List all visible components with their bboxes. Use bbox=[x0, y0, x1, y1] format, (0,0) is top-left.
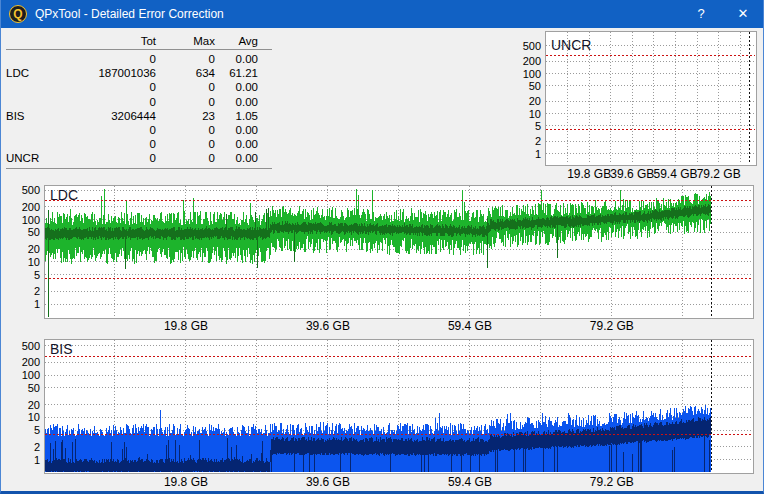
bis-x-tick: 59.4 GB bbox=[448, 475, 492, 489]
uncr-y-tick: 5 bbox=[535, 120, 541, 132]
cell-max: 0 bbox=[156, 152, 215, 164]
bis-chart: 50020010050201052119.8 GB39.6 GB59.4 GB7… bbox=[22, 339, 753, 489]
cell-tot: 0 bbox=[56, 124, 156, 136]
cell-tot: 0 bbox=[56, 96, 156, 108]
ldc-y-tick: 200 bbox=[22, 201, 40, 213]
ldc-chart: 50020010050201052119.8 GB39.6 GB59.4 GB7… bbox=[22, 184, 753, 333]
table-header-row: Tot Max Avg bbox=[6, 33, 272, 50]
bis-y-tick: 5 bbox=[34, 424, 40, 436]
cell-max: 0 bbox=[156, 53, 215, 65]
cell-tot: 187001036 bbox=[56, 67, 156, 79]
cell-tot: 0 bbox=[56, 81, 156, 93]
uncr-y-tick: 500 bbox=[523, 40, 541, 52]
cell-avg: 0.00 bbox=[215, 96, 258, 108]
table-row: LDC 187001036 634 61.21 bbox=[6, 66, 272, 80]
table-row: 0 0 0.00 bbox=[6, 52, 272, 66]
ldc-y-tick: 20 bbox=[28, 243, 40, 255]
table-row: BIS 3206444 23 1.05 bbox=[6, 109, 272, 123]
cell-avg: 0.00 bbox=[215, 152, 258, 164]
uncr-x-tick: 79.2 GB bbox=[697, 167, 741, 181]
ldc-y-tick: 2 bbox=[34, 285, 40, 297]
cell-avg: 0.00 bbox=[215, 124, 258, 136]
table-row: 0 0 0.00 bbox=[6, 80, 272, 94]
uncr-y-tick: 1 bbox=[535, 148, 541, 160]
header-avg: Avg bbox=[215, 35, 258, 47]
bis-x-tick: 39.6 GB bbox=[306, 475, 350, 489]
cell-avg: 0.00 bbox=[215, 53, 258, 65]
close-button[interactable]: ✕ bbox=[722, 0, 764, 28]
ldc-x-tick: 59.4 GB bbox=[448, 319, 492, 333]
ldc-chart-title: LDC bbox=[50, 187, 78, 203]
uncr-y-tick: 200 bbox=[523, 55, 541, 67]
cell-max: 0 bbox=[156, 138, 215, 150]
window-title: QPxTool - Detailed Error Correction bbox=[35, 7, 224, 21]
table-row: 0 0 0.00 bbox=[6, 123, 272, 137]
bis-y-tick: 20 bbox=[28, 399, 40, 411]
uncr-y-tick: 2 bbox=[535, 135, 541, 147]
ldc-x-tick: 19.8 GB bbox=[164, 319, 208, 333]
cell-max: 0 bbox=[156, 81, 215, 93]
cell-tot: 3206444 bbox=[56, 110, 156, 122]
app-icon: Q bbox=[9, 5, 27, 23]
ldc-y-tick: 1 bbox=[34, 298, 40, 310]
header-tot: Tot bbox=[56, 35, 156, 47]
bis-y-tick: 500 bbox=[22, 340, 40, 352]
ldc-y-tick: 5 bbox=[34, 269, 40, 281]
ldc-y-tick: 100 bbox=[22, 214, 40, 226]
cell-avg: 0.00 bbox=[215, 138, 258, 150]
cell-avg: 0.00 bbox=[215, 81, 258, 93]
ldc-x-tick: 39.6 GB bbox=[306, 319, 350, 333]
ldc-y-tick: 10 bbox=[28, 256, 40, 268]
uncr-chart-title: UNCR bbox=[551, 37, 591, 53]
bis-y-tick: 50 bbox=[28, 382, 40, 394]
uncr-y-tick: 20 bbox=[529, 95, 541, 107]
uncr-chart: 50020010050201052119.8 GB39.6 GB59.4 GB7… bbox=[523, 31, 756, 181]
cell-avg: 61.21 bbox=[215, 67, 258, 79]
uncr-x-tick: 39.6 GB bbox=[610, 167, 654, 181]
cell-max: 23 bbox=[156, 110, 215, 122]
cell-max: 634 bbox=[156, 67, 215, 79]
uncr-x-tick: 19.8 GB bbox=[567, 167, 611, 181]
cell-tot: 0 bbox=[56, 138, 156, 150]
row-label-uncr: UNCR bbox=[6, 152, 56, 164]
uncr-y-tick: 100 bbox=[523, 68, 541, 80]
bis-y-tick: 1 bbox=[34, 454, 40, 466]
cell-tot: 0 bbox=[56, 53, 156, 65]
cell-avg: 1.05 bbox=[215, 110, 258, 122]
table-row: 0 0 0.00 bbox=[6, 137, 272, 151]
help-button[interactable]: ? bbox=[680, 0, 722, 28]
cell-max: 0 bbox=[156, 96, 215, 108]
cell-max: 0 bbox=[156, 124, 215, 136]
row-label-bis: BIS bbox=[6, 110, 56, 122]
table-bottom-line bbox=[6, 168, 272, 169]
table-row: UNCR 0 0 0.00 bbox=[6, 151, 272, 165]
ldc-y-tick: 50 bbox=[28, 226, 40, 238]
bis-chart-title: BIS bbox=[50, 341, 73, 357]
bis-y-tick: 200 bbox=[22, 356, 40, 368]
uncr-y-tick: 50 bbox=[529, 80, 541, 92]
uncr-x-tick: 59.4 GB bbox=[653, 167, 697, 181]
bis-y-tick: 100 bbox=[22, 369, 40, 381]
cell-tot: 0 bbox=[56, 152, 156, 164]
bis-y-tick: 2 bbox=[34, 441, 40, 453]
header-max: Max bbox=[156, 35, 215, 47]
ldc-x-tick: 79.2 GB bbox=[590, 319, 634, 333]
bis-x-tick: 19.8 GB bbox=[164, 475, 208, 489]
bis-y-tick: 10 bbox=[28, 411, 40, 423]
row-label-ldc: LDC bbox=[6, 67, 56, 79]
table-row: 0 0 0.00 bbox=[6, 95, 272, 109]
title-bar: Q QPxTool - Detailed Error Correction ? … bbox=[0, 0, 764, 28]
bis-x-tick: 79.2 GB bbox=[590, 475, 634, 489]
error-stats-table: Tot Max Avg 0 0 0.00 LDC 187001036 634 6… bbox=[6, 33, 272, 169]
uncr-y-tick: 10 bbox=[529, 108, 541, 120]
ldc-y-tick: 500 bbox=[22, 184, 40, 196]
